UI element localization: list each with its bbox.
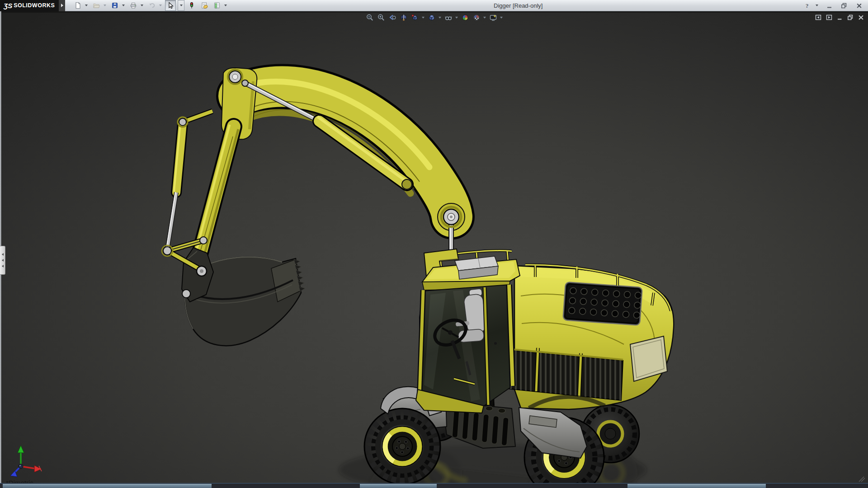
minimize-window-button[interactable] — [824, 0, 835, 11]
restore-icon — [841, 3, 847, 9]
minimize-icon — [826, 3, 832, 9]
display-style-button[interactable] — [426, 13, 437, 23]
menu-expand-arrow[interactable] — [59, 0, 65, 11]
select-tool-button[interactable] — [165, 0, 176, 11]
heads-up-view-toolbar — [364, 13, 504, 23]
solidworks-logo-text: SOLIDWORKS — [14, 3, 55, 9]
view-settings-button[interactable] — [488, 13, 498, 23]
solidworks-logo: ƷS SOLIDWORKS — [0, 0, 59, 11]
collapse-arrow-icon — [2, 253, 4, 256]
save-button[interactable] — [109, 0, 120, 11]
select-tool-dropdown — [180, 5, 183, 6]
options-icon — [213, 2, 221, 9]
window-controls: ? — [803, 0, 864, 11]
minimize-document-button[interactable] — [837, 14, 843, 22]
expand-arrow-icon — [61, 4, 63, 7]
solidworks-window: ƷS SOLIDWORKS — [0, 0, 868, 488]
model-air-intake-grille[interactable] — [563, 282, 642, 325]
view-orientation-icon — [411, 14, 419, 22]
rebuild-traffic-light-icon — [188, 2, 195, 9]
taskbar-button[interactable] — [360, 484, 437, 488]
undo-button[interactable] — [146, 0, 157, 11]
save-icon — [111, 2, 118, 9]
collapse-arrow-icon — [2, 265, 4, 267]
restore-document-icon — [847, 14, 854, 20]
restore-document-button[interactable] — [847, 14, 854, 22]
file-properties-icon — [201, 2, 208, 9]
document-title: Digger [Read-only] — [494, 2, 542, 9]
new-document-icon — [74, 2, 81, 9]
previous-view-button[interactable] — [387, 13, 397, 23]
taskbar-button[interactable] — [627, 484, 766, 488]
solidworks-logo-glyph: ƷS — [4, 2, 12, 9]
close-document-icon — [858, 14, 864, 20]
feature-panel-splitter-handle[interactable] — [0, 246, 5, 275]
help-dropdown[interactable] — [816, 5, 818, 6]
quick-access-toolbar — [72, 0, 228, 11]
select-cursor-icon — [167, 2, 174, 9]
model-wheel-front[interactable] — [364, 408, 440, 483]
edit-appearance-ball-icon — [461, 14, 469, 22]
new-document-button[interactable] — [72, 0, 83, 11]
previous-view-icon — [388, 14, 396, 22]
close-window-button[interactable] — [854, 0, 864, 11]
close-document-button[interactable] — [858, 14, 864, 22]
view-orientation-button[interactable] — [410, 13, 420, 23]
display-style-icon — [428, 14, 436, 22]
graphics-viewport[interactable]: *Dimetric — [0, 11, 868, 483]
open-dropdown[interactable] — [104, 5, 106, 6]
undo-dropdown[interactable] — [159, 5, 162, 6]
print-icon — [130, 2, 137, 9]
options-button[interactable] — [212, 0, 222, 11]
model-scene[interactable] — [0, 11, 868, 483]
view-orientation-dropdown[interactable] — [422, 17, 425, 19]
print-dropdown[interactable] — [141, 5, 143, 6]
print-button[interactable] — [128, 0, 139, 11]
apply-scene-dropdown[interactable] — [483, 17, 486, 19]
pane-toggle-right-icon — [826, 14, 832, 20]
display-style-dropdown[interactable] — [439, 17, 441, 19]
edit-appearance-button[interactable] — [460, 13, 470, 23]
select-tool-dropdown-box[interactable] — [178, 0, 184, 11]
zoom-to-area-button[interactable] — [376, 13, 386, 23]
open-button[interactable] — [91, 0, 102, 11]
undo-icon — [148, 2, 156, 9]
apply-scene-icon — [472, 14, 481, 22]
hide-show-items-glasses-icon — [444, 14, 453, 22]
zoom-to-area-icon — [377, 14, 385, 22]
view-settings-dropdown[interactable] — [500, 17, 503, 19]
svg-text:?: ? — [806, 2, 809, 9]
file-properties-button[interactable] — [199, 0, 210, 11]
apply-scene-button[interactable] — [471, 13, 481, 23]
pane-toggle-left-button[interactable] — [815, 14, 821, 22]
options-dropdown[interactable] — [224, 5, 227, 6]
pane-toggle-left-icon — [815, 14, 821, 20]
section-view-button[interactable] — [398, 13, 409, 23]
help-button[interactable]: ? — [803, 0, 811, 11]
titlebar: ƷS SOLIDWORKS — [0, 0, 868, 11]
view-settings-icon — [489, 14, 497, 22]
taskbar-strip[interactable] — [0, 483, 868, 488]
zoom-to-fit-button[interactable] — [364, 13, 375, 23]
zoom-to-fit-icon — [366, 14, 374, 22]
new-document-dropdown[interactable] — [85, 5, 88, 6]
rebuild-button[interactable] — [186, 0, 197, 11]
hide-show-items-button[interactable] — [443, 13, 453, 23]
taskbar-button[interactable] — [3, 484, 212, 488]
minimize-document-icon — [837, 14, 843, 20]
document-window-controls — [815, 14, 864, 22]
help-icon: ? — [804, 2, 811, 9]
pane-toggle-right-button[interactable] — [826, 14, 832, 22]
close-icon — [856, 3, 862, 9]
hide-show-items-dropdown[interactable] — [455, 17, 458, 19]
model-cab[interactable] — [416, 249, 520, 413]
save-dropdown[interactable] — [122, 5, 125, 6]
restore-window-button[interactable] — [839, 0, 849, 11]
collapse-arrow-icon — [2, 259, 4, 262]
open-folder-icon — [93, 2, 100, 9]
section-view-icon — [400, 14, 408, 22]
